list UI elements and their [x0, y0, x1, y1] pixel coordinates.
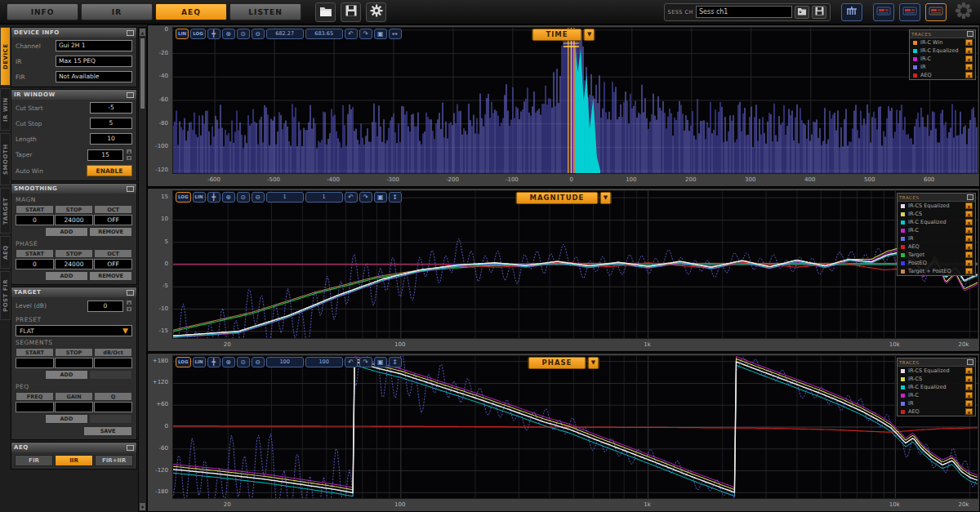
range-value-field-2[interactable]: 1 — [305, 192, 343, 203]
magn-start-field[interactable]: 0 — [16, 215, 54, 225]
vtab-device[interactable]: DEVICE — [0, 27, 11, 86]
tab-info[interactable]: INFO — [7, 3, 78, 20]
legend-collapse-icon[interactable] — [967, 359, 973, 365]
up-icon[interactable]: ▲ — [126, 149, 132, 154]
taper-stepper[interactable]: ▲▼ — [126, 149, 132, 161]
preset-dropdown[interactable]: FLAT ▼ — [16, 325, 132, 336]
target-save-button[interactable]: SAVE — [83, 426, 132, 436]
magn-add-button[interactable]: ADD — [45, 227, 88, 237]
magn-remove-button[interactable]: REMOVE — [89, 227, 132, 237]
pan-icon-button[interactable]: ╋ — [207, 192, 220, 203]
h-range-icon-button[interactable]: ↔ — [389, 29, 402, 39]
trace-visibility-checkbox[interactable]: x — [965, 260, 973, 266]
v-range-icon-button[interactable]: ↕ — [389, 357, 402, 367]
dropdown-icon[interactable]: ▼ — [584, 29, 595, 41]
fir-field[interactable]: Not Available — [56, 71, 132, 82]
trace-visibility-checkbox[interactable]: x — [965, 56, 973, 62]
zoom-in-icon-button[interactable]: ⊕ — [222, 29, 235, 39]
magn-oct-field[interactable]: OFF — [94, 215, 132, 225]
plot-title-label[interactable]: MAGNITUDE — [516, 192, 599, 204]
trace-visibility-checkbox[interactable]: x — [965, 268, 973, 274]
sweep-clean-button[interactable] — [841, 3, 862, 21]
cursor-value-field-1[interactable]: 682.27 — [266, 29, 304, 39]
sidebar-scrollbar[interactable]: ▲ ▼ — [138, 27, 147, 512]
peq-q-field[interactable] — [94, 402, 132, 412]
peq-gain-field[interactable] — [55, 402, 93, 412]
session-save-button[interactable] — [812, 6, 826, 19]
zoom-reset-icon-button[interactable]: ⊙ — [237, 192, 250, 203]
phase-add-button[interactable]: ADD — [45, 271, 88, 281]
length-field[interactable]: 10 — [90, 133, 132, 145]
undo-icon-button[interactable]: ↶ — [345, 29, 358, 39]
vtab-ir-win[interactable]: IR WIN — [0, 88, 11, 131]
log-scale-button[interactable]: LOG — [176, 192, 191, 203]
level-field[interactable]: 0 — [87, 301, 123, 312]
minimize-icon[interactable] — [127, 30, 134, 36]
aeq-tab-fir-iir[interactable]: FIR+IIR — [95, 455, 133, 466]
minimize-icon[interactable] — [127, 92, 134, 98]
vtab-aeq[interactable]: AEQ — [0, 236, 11, 269]
log-scale-button[interactable]: LOG — [190, 29, 206, 39]
lin-scale-button[interactable]: LIN — [176, 29, 189, 39]
trace-visibility-checkbox[interactable]: x — [965, 408, 973, 415]
trace-visibility-checkbox[interactable]: x — [965, 211, 973, 217]
segment-start-field[interactable] — [16, 358, 54, 368]
magnitude-plot-title[interactable]: MAGNITUDE ▼ — [516, 192, 612, 204]
minimize-icon[interactable] — [127, 290, 134, 296]
peq-freq-field[interactable] — [16, 402, 54, 412]
vtab-target[interactable]: TARGET — [0, 188, 11, 234]
fit-icon-button[interactable]: ▣ — [374, 29, 387, 39]
settings-button[interactable] — [366, 2, 386, 22]
plot-title-label[interactable]: TIME — [532, 29, 581, 41]
minimize-icon[interactable] — [127, 186, 134, 192]
trace-visibility-checkbox[interactable]: x — [965, 252, 973, 258]
magn-stop-field[interactable]: 24000 — [55, 215, 93, 225]
vtab-post-fir[interactable]: POST FIR — [0, 271, 11, 320]
trace-visibility-checkbox[interactable]: x — [965, 47, 973, 54]
scroll-down-icon[interactable]: ▼ — [139, 502, 146, 511]
aeq-tab-iir[interactable]: IIR — [55, 455, 93, 466]
trace-visibility-checkbox[interactable]: x — [965, 219, 973, 225]
up-icon[interactable]: ▲ — [126, 300, 132, 305]
time-plot-title[interactable]: TIME ▼ — [532, 29, 595, 41]
fit-icon-button[interactable]: ▣ — [374, 357, 387, 367]
range-value-field-1[interactable]: 100 — [266, 357, 304, 367]
minimize-icon[interactable] — [127, 445, 134, 451]
undo-icon-button[interactable]: ↶ — [345, 357, 358, 367]
tab-aeq[interactable]: AEQ — [155, 3, 227, 20]
channel-field[interactable]: Gui 2H 1 — [56, 40, 132, 51]
v-range-icon-button[interactable]: ↕ — [389, 192, 402, 203]
time-plot-area[interactable] — [172, 27, 978, 174]
save-button[interactable] — [341, 2, 361, 22]
lin-scale-button[interactable]: LIN — [193, 357, 206, 367]
pan-icon-button[interactable]: ╋ — [207, 357, 220, 367]
phase-remove-button[interactable]: REMOVE — [89, 271, 132, 281]
legend-collapse-icon[interactable] — [967, 31, 973, 37]
zoom-out-icon-button[interactable]: ⊖ — [252, 357, 265, 367]
device-view-1-button[interactable] — [873, 3, 894, 21]
trace-visibility-checkbox[interactable]: x — [965, 39, 973, 46]
lin-scale-button[interactable]: LIN — [193, 192, 206, 203]
down-icon[interactable]: ▼ — [126, 306, 132, 312]
cursor-value-field-2[interactable]: 683.65 — [305, 29, 343, 39]
redo-icon-button[interactable]: ↷ — [359, 192, 372, 203]
open-folder-button[interactable] — [315, 2, 336, 22]
device-view-3-button[interactable] — [925, 3, 947, 21]
magnitude-plot-area[interactable] — [172, 190, 978, 339]
phase-start-field[interactable]: 0 — [16, 259, 54, 269]
segment-stop-field[interactable] — [55, 358, 93, 368]
zoom-out-icon-button[interactable]: ⊖ — [252, 29, 265, 39]
trace-visibility-checkbox[interactable]: x — [965, 384, 973, 390]
vtab-smooth[interactable]: SMOOTH — [0, 133, 11, 185]
trace-visibility-checkbox[interactable]: x — [965, 400, 973, 407]
trace-visibility-checkbox[interactable]: x — [965, 72, 973, 78]
trace-visibility-checkbox[interactable]: x — [965, 203, 973, 209]
taper-field[interactable]: 15 — [87, 149, 123, 161]
phase-plot-title[interactable]: PHASE ▼ — [528, 357, 599, 369]
scrollbar-thumb[interactable] — [140, 38, 145, 109]
phase-plot-area[interactable] — [172, 355, 978, 499]
pan-icon-button[interactable]: ╋ — [207, 29, 220, 39]
down-icon[interactable]: ▼ — [126, 155, 132, 161]
trace-visibility-checkbox[interactable]: x — [965, 367, 973, 374]
dropdown-icon[interactable]: ▼ — [587, 357, 599, 369]
